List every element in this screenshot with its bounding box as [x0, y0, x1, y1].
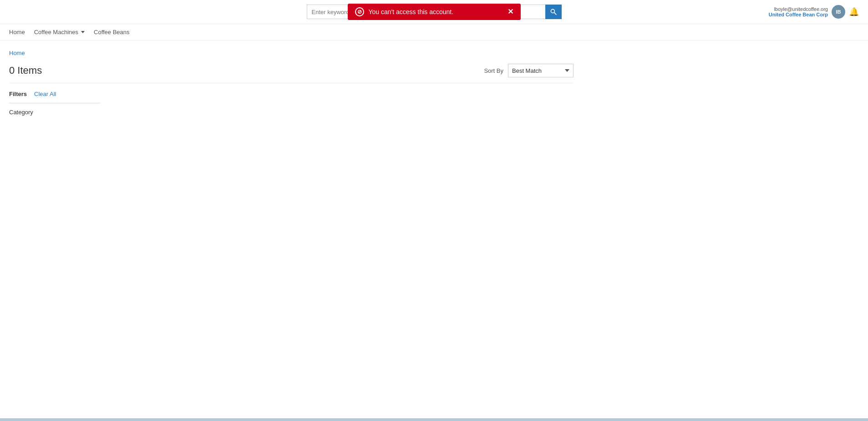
error-message: You can't access this account.	[369, 8, 503, 15]
nav-item-home[interactable]: Home	[9, 29, 25, 36]
breadcrumb[interactable]: Home	[9, 50, 574, 56]
user-email: lboyle@unitedcoffee.org	[769, 6, 828, 12]
filters-section: Filters Clear All	[9, 91, 574, 97]
error-close-button[interactable]: ✕	[508, 8, 513, 15]
sort-area: Sort By Best Match Price: Low to High Pr…	[484, 64, 574, 77]
nav-bar: Home Coffee Machines Coffee Beans	[0, 24, 868, 41]
user-info: lboyle@unitedcoffee.org United Coffee Be…	[769, 6, 828, 17]
user-company: United Coffee Bean Corp	[769, 12, 828, 17]
header: ⊘ You can't access this account. ✕ lboyl…	[0, 0, 868, 24]
filters-divider	[9, 103, 100, 103]
sort-by-label: Sort By	[484, 67, 503, 74]
clear-all-link[interactable]: Clear All	[34, 91, 56, 97]
error-icon: ⊘	[355, 7, 364, 16]
user-area: lboyle@unitedcoffee.org United Coffee Be…	[769, 5, 859, 19]
sort-select[interactable]: Best Match Price: Low to High Price: Hig…	[508, 64, 574, 77]
search-button[interactable]	[545, 5, 562, 19]
items-count: 0 Items	[9, 65, 42, 76]
nav-item-coffee-beans[interactable]: Coffee Beans	[94, 29, 130, 36]
items-header: 0 Items Sort By Best Match Price: Low to…	[9, 64, 574, 83]
svg-line-1	[554, 13, 556, 15]
filters-label: Filters	[9, 91, 27, 97]
category-label: Category	[9, 109, 574, 116]
main-content: Home 0 Items Sort By Best Match Price: L…	[0, 41, 583, 125]
notification-bell-icon[interactable]: 🔔	[849, 7, 859, 17]
avatar[interactable]: IB	[832, 5, 845, 19]
nav-item-coffee-machines[interactable]: Coffee Machines	[34, 29, 85, 36]
search-icon	[550, 8, 557, 15]
nav-coffee-machines-label: Coffee Machines	[34, 29, 78, 36]
chevron-down-icon	[81, 31, 85, 33]
svg-point-0	[551, 9, 554, 13]
error-banner: ⊘ You can't access this account. ✕	[348, 4, 521, 20]
